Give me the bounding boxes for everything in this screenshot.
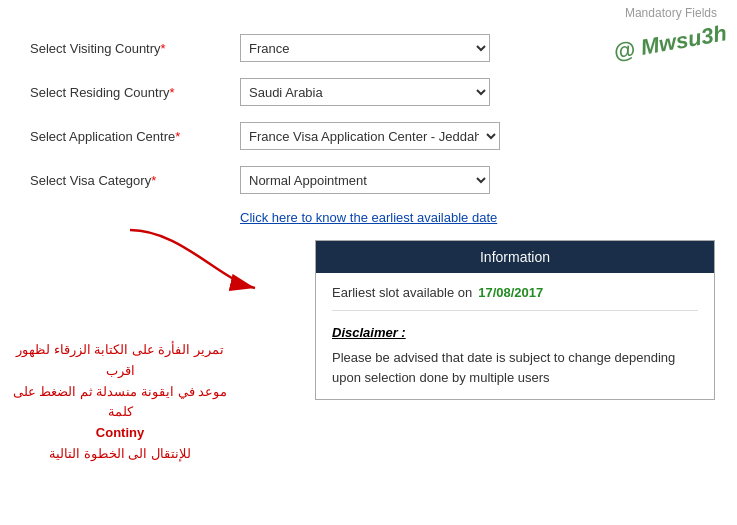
mandatory-fields-label: Mandatory Fields: [0, 0, 737, 24]
disclaimer-section: Disclaimer : Please be advised that date…: [332, 325, 698, 387]
visa-category-select[interactable]: Normal Appointment: [240, 166, 490, 194]
arabic-line2: موعد في ايقونة منسدلة ثم الضغط على كلمة: [10, 382, 230, 424]
visa-category-row: Select Visa Category* Normal Appointment: [30, 166, 707, 194]
earliest-date-link-row: Click here to know the earliest availabl…: [240, 210, 707, 225]
info-box-header: Information: [316, 241, 714, 273]
arabic-line1: تمرير الفأرة على الكتابة الزرقاء لظهور ا…: [10, 340, 230, 382]
disclaimer-title: Disclaimer :: [332, 325, 698, 340]
earliest-slot-row: Earliest slot available on 17/08/2017: [332, 285, 698, 311]
earliest-date-link[interactable]: Click here to know the earliest availabl…: [240, 210, 497, 225]
earliest-slot-date: 17/08/2017: [478, 285, 543, 300]
latin-word: Continy: [96, 423, 144, 444]
application-centre-label: Select Application Centre*: [30, 129, 240, 144]
arabic-line3: للإنتقال الى الخطوة التالية: [10, 444, 230, 465]
application-centre-select[interactable]: France Visa Application Center - Jeddah: [240, 122, 500, 150]
visiting-country-select[interactable]: France: [240, 34, 490, 62]
residing-country-row: Select Residing Country* Saudi Arabia: [30, 78, 707, 106]
application-centre-row: Select Application Centre* France Visa A…: [30, 122, 707, 150]
visa-category-label: Select Visa Category*: [30, 173, 240, 188]
visiting-country-row: Select Visiting Country* France: [30, 34, 707, 62]
disclaimer-text: Please be advised that date is subject t…: [332, 348, 698, 387]
form-section: Select Visiting Country* France Select R…: [0, 24, 737, 245]
visiting-country-label: Select Visiting Country*: [30, 41, 240, 56]
residing-country-label: Select Residing Country*: [30, 85, 240, 100]
earliest-slot-label: Earliest slot available on: [332, 285, 472, 300]
page-wrapper: Mandatory Fields @ Mwsu3h Select Visitin…: [0, 0, 737, 525]
info-box-body: Earliest slot available on 17/08/2017 Di…: [316, 273, 714, 399]
info-box: Information Earliest slot available on 1…: [315, 240, 715, 400]
arabic-text-block: تمرير الفأرة على الكتابة الزرقاء لظهور ا…: [10, 340, 230, 465]
residing-country-select[interactable]: Saudi Arabia: [240, 78, 490, 106]
